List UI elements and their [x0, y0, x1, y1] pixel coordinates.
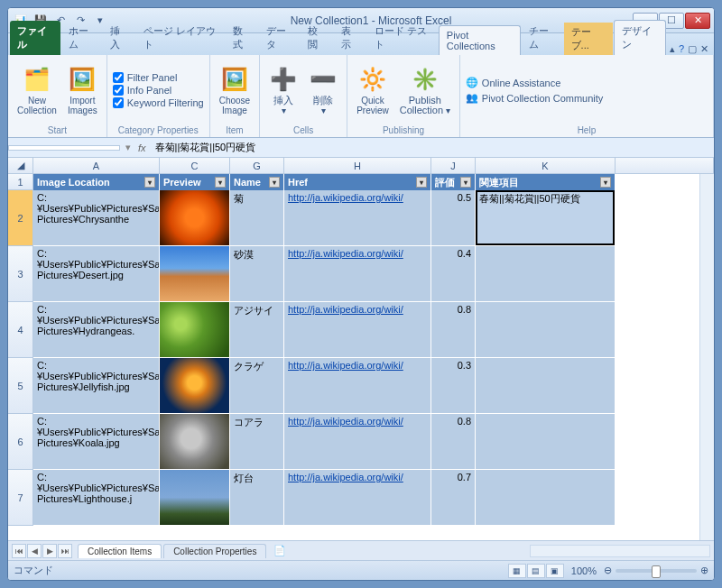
col-header-c[interactable]: C [160, 158, 230, 174]
sheet-tab-collection-items[interactable]: Collection Items [78, 544, 162, 558]
choose-image-button[interactable]: 🖼️Choose Image [216, 63, 254, 117]
cell-rating[interactable]: 0.7 [431, 470, 476, 526]
tab-data[interactable]: データ [259, 21, 301, 55]
row-header-2[interactable]: 2 [8, 190, 33, 246]
col-header-k[interactable]: K [476, 158, 616, 174]
tab-home[interactable]: ホーム [61, 21, 103, 55]
row-header-1[interactable]: 1 [8, 174, 33, 190]
cell-related[interactable] [476, 414, 616, 470]
page-break-view-button[interactable]: ▣ [546, 564, 564, 578]
row-header-4[interactable]: 4 [8, 302, 33, 358]
cell-image-location[interactable]: C:¥Users¥Public¥Pictures¥Sample Pictures… [33, 246, 160, 302]
sheet-tab-collection-properties[interactable]: Collection Properties [163, 544, 266, 558]
mdi-close-icon[interactable]: ✕ [700, 43, 708, 55]
cell-image-location[interactable]: C:¥Users¥Public¥Pictures¥Sample Pictures… [33, 470, 160, 526]
info-panel-checkbox[interactable]: Info Panel [113, 84, 204, 96]
name-box[interactable] [8, 145, 120, 151]
community-link[interactable]: 👥 Pivot Collection Community [466, 90, 604, 106]
cell-preview-image[interactable] [160, 414, 230, 470]
cell-rating[interactable]: 0.3 [431, 358, 476, 414]
cell-href[interactable]: http://ja.wikipedia.org/wiki/ [284, 302, 431, 358]
cell-name[interactable]: 砂漠 [230, 246, 284, 302]
cell-href[interactable]: http://ja.wikipedia.org/wiki/ [284, 190, 431, 246]
cell-preview-image[interactable] [160, 190, 230, 246]
cell-related[interactable] [476, 470, 616, 526]
mdi-restore-icon[interactable]: ▢ [688, 43, 697, 55]
sheet-nav-prev[interactable]: ◀ [27, 544, 42, 558]
new-sheet-button[interactable]: 📄 [268, 545, 292, 556]
filter-dropdown-icon[interactable]: ▾ [215, 177, 226, 188]
filter-dropdown-icon[interactable]: ▾ [269, 177, 280, 188]
cell-href[interactable]: http://ja.wikipedia.org/wiki/ [284, 470, 431, 526]
cell-name[interactable]: クラゲ [230, 358, 284, 414]
page-layout-view-button[interactable]: ▤ [527, 564, 545, 578]
cell-name[interactable]: アジサイ [230, 302, 284, 358]
tab-loadtest[interactable]: ロード テスト [367, 21, 438, 55]
tab-insert[interactable]: 挿入 [103, 21, 135, 55]
table-header-k[interactable]: 関連項目▾ [476, 174, 616, 190]
cell-preview-image[interactable] [160, 246, 230, 302]
sheet-nav-last[interactable]: ⏭ [58, 544, 72, 558]
filter-dropdown-icon[interactable]: ▾ [416, 177, 427, 188]
table-header-h[interactable]: Href▾ [284, 174, 431, 190]
cell-rating[interactable]: 0.4 [431, 246, 476, 302]
table-header-a[interactable]: Image Location▾ [33, 174, 160, 190]
delete-button[interactable]: ➖削除▾ [305, 63, 341, 117]
formula-input[interactable]: 春菊||菊花賞||50円硬貨 [152, 139, 714, 156]
tab-pagelayout[interactable]: ページ レイアウト [136, 21, 225, 55]
cell-image-location[interactable]: C:¥Users¥Public¥Pictures¥Sample Pictures… [33, 302, 160, 358]
normal-view-button[interactable]: ▦ [508, 564, 526, 578]
cell-image-location[interactable]: C:¥Users¥Public¥Pictures¥Sample Pictures… [33, 414, 160, 470]
quick-preview-button[interactable]: 🔆Quick Preview [353, 63, 393, 117]
ribbon-minimize-icon[interactable]: ▴ [670, 43, 675, 55]
cell-name[interactable]: コアラ [230, 414, 284, 470]
cell-rating[interactable]: 0.5 [431, 190, 476, 246]
tab-view[interactable]: 表示 [334, 21, 366, 55]
cell-preview-image[interactable] [160, 358, 230, 414]
tab-file[interactable]: ファイル [10, 21, 60, 55]
vertical-scrollbar[interactable] [699, 174, 714, 540]
help-icon[interactable]: ? [679, 43, 684, 55]
cell-rating[interactable]: 0.8 [431, 302, 476, 358]
new-collection-button[interactable]: 🗂️New Collection [14, 63, 60, 117]
cell-preview-image[interactable] [160, 302, 230, 358]
cell-image-location[interactable]: C:¥Users¥Public¥Pictures¥Sample Pictures… [33, 190, 160, 246]
import-images-button[interactable]: 🖼️Import Images [64, 63, 101, 117]
cell-related[interactable]: 春菊||菊花賞||50円硬貨 [476, 190, 616, 246]
tab-design[interactable]: デザイン [614, 20, 666, 55]
publish-collection-button[interactable]: ✳️Publish Collection ▾ [396, 63, 454, 117]
zoom-slider[interactable] [616, 569, 697, 573]
sheet-nav-next[interactable]: ▶ [42, 544, 57, 558]
select-all-button[interactable]: ◢ [8, 158, 33, 174]
row-header-5[interactable]: 5 [8, 358, 33, 414]
cell-href[interactable]: http://ja.wikipedia.org/wiki/ [284, 414, 431, 470]
fx-icon[interactable]: fx [133, 142, 152, 153]
filter-dropdown-icon[interactable]: ▾ [144, 177, 155, 188]
cell-href[interactable]: http://ja.wikipedia.org/wiki/ [284, 246, 431, 302]
filter-dropdown-icon[interactable]: ▾ [460, 177, 471, 188]
keyword-filtering-checkbox[interactable]: Keyword Filtering [113, 96, 204, 109]
row-header-3[interactable]: 3 [8, 246, 33, 302]
zoom-out-button[interactable]: ⊖ [604, 565, 612, 576]
namebox-dropdown-icon[interactable]: ▾ [124, 142, 133, 153]
tab-formulas[interactable]: 数式 [226, 21, 258, 55]
col-header-g[interactable]: G [230, 158, 284, 174]
tab-review[interactable]: 校閲 [301, 21, 333, 55]
filter-panel-checkbox[interactable]: Filter Panel [113, 71, 204, 84]
online-assistance-link[interactable]: 🌐 Online Assistance [466, 75, 604, 90]
tab-team[interactable]: チーム [522, 21, 563, 55]
col-header-h[interactable]: H [284, 158, 431, 174]
table-header-g[interactable]: Name▾ [230, 174, 284, 190]
table-header-j[interactable]: 評価▾ [431, 174, 476, 190]
close-button[interactable]: ✕ [685, 13, 710, 29]
row-header-6[interactable]: 6 [8, 414, 33, 470]
cell-preview-image[interactable] [160, 470, 230, 526]
cell-image-location[interactable]: C:¥Users¥Public¥Pictures¥Sample Pictures… [33, 358, 160, 414]
zoom-level[interactable]: 100% [571, 565, 597, 576]
cell-related[interactable] [476, 358, 616, 414]
cell-related[interactable] [476, 246, 616, 302]
horizontal-scrollbar[interactable] [530, 545, 710, 557]
sheet-nav-first[interactable]: ⏮ [12, 544, 26, 558]
insert-button[interactable]: ➕挿入▾ [265, 63, 301, 117]
col-header-j[interactable]: J [431, 158, 476, 174]
